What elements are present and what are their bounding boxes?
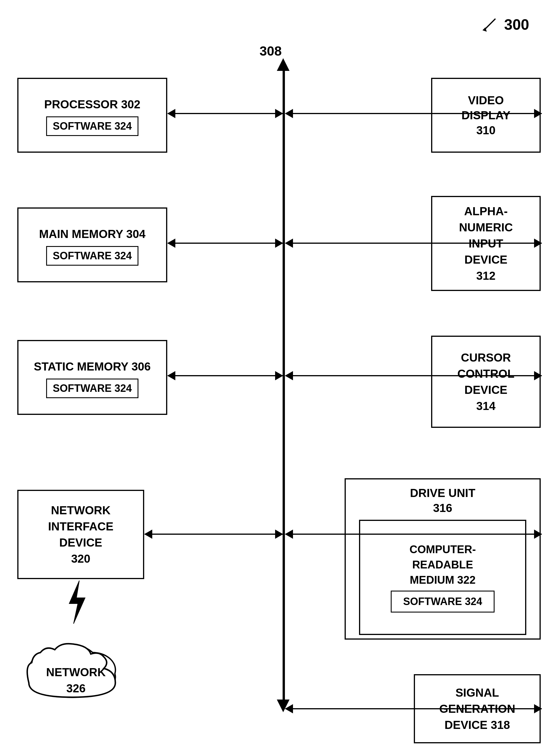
static-memory-box: STATIC MEMORY 306 SOFTWARE 324 (17, 340, 167, 415)
bus-cursor-arrow (285, 375, 541, 376)
main-memory-label: MAIN MEMORY 304 (36, 224, 149, 244)
arrow-right-icon8 (534, 530, 542, 539)
arrow-left-icon5 (167, 371, 175, 380)
bus-arrow-up-icon (277, 58, 289, 71)
bus-drive-arrow (285, 534, 541, 535)
processor-software-box: SOFTWARE 324 (46, 116, 138, 136)
arrow-right-icon7 (275, 530, 283, 539)
static-memory-software-box: SOFTWARE 324 (46, 379, 138, 398)
drive-software-label: SOFTWARE 324 (403, 596, 482, 608)
arrow-right-icon2 (534, 109, 542, 118)
arrow-left-icon9 (285, 704, 293, 713)
figure-arrow-icon (478, 16, 501, 33)
main-memory-bus-arrow (168, 243, 283, 244)
network-interface-box: NETWORK INTERFACE DEVICE 320 (17, 490, 144, 579)
svg-marker-2 (69, 580, 85, 624)
arrow-left-icon3 (167, 239, 175, 248)
cursor-control-label: CURSOR CONTROL DEVICE 314 (454, 347, 518, 416)
arrow-left-icon7 (144, 530, 152, 539)
computer-readable-medium-label: COMPUTER- READABLE MEDIUM 322 (409, 542, 476, 588)
arrow-left-icon2 (285, 109, 293, 118)
bus-video-arrow (285, 113, 541, 114)
video-display-box: VIDEO DISPLAY 310 (431, 78, 541, 153)
static-memory-label: STATIC MEMORY 306 (30, 357, 154, 376)
bus-line (283, 70, 285, 700)
bus-alphanumeric-arrow (285, 243, 541, 244)
processor-bus-arrow (168, 113, 283, 114)
network-cloud: NETWORK 326 (17, 619, 127, 701)
bus-label: 308 (259, 43, 282, 59)
video-display-label: VIDEO DISPLAY 310 (458, 90, 514, 140)
computer-readable-medium-box: COMPUTER- READABLE MEDIUM 322 SOFTWARE 3… (359, 520, 526, 635)
figure-number: 300 (504, 16, 529, 33)
arrow-right-icon3 (275, 239, 283, 248)
network-interface-label: NETWORK INTERFACE DEVICE 320 (45, 500, 117, 569)
static-memory-software-label: SOFTWARE 324 (53, 382, 132, 395)
arrow-right-icon9 (534, 704, 542, 713)
arrow-left-icon6 (285, 371, 293, 380)
network-interface-bus-arrow (145, 534, 283, 535)
processor-label: PROCESSOR 302 (41, 94, 144, 114)
arrow-right-icon5 (275, 371, 283, 380)
bus-signal-arrow (285, 708, 541, 709)
arrow-right-icon4 (534, 239, 542, 248)
drive-unit-label: DRIVE UNIT 316 (407, 483, 479, 517)
main-memory-software-label: SOFTWARE 324 (53, 250, 132, 262)
arrow-left-icon4 (285, 239, 293, 248)
drive-software-box: SOFTWARE 324 (391, 591, 494, 613)
processor-box: PROCESSOR 302 SOFTWARE 324 (17, 78, 167, 153)
drive-unit-box: DRIVE UNIT 316 COMPUTER- READABLE MEDIUM… (345, 478, 541, 640)
arrow-left-icon (167, 109, 175, 118)
static-memory-bus-arrow (168, 375, 283, 376)
main-memory-software-box: SOFTWARE 324 (46, 246, 138, 266)
arrow-left-icon8 (285, 530, 293, 539)
main-memory-box: MAIN MEMORY 304 SOFTWARE 324 (17, 208, 167, 282)
diagram: 300 308 PROCESSOR 302 SOFTWARE 324 VIDEO… (0, 0, 558, 756)
arrow-right-icon6 (534, 371, 542, 380)
cursor-control-box: CURSOR CONTROL DEVICE 314 (431, 336, 541, 428)
arrow-right-icon (275, 109, 283, 118)
processor-software-label: SOFTWARE 324 (53, 120, 132, 132)
network-label: NETWORK 326 (46, 664, 106, 696)
